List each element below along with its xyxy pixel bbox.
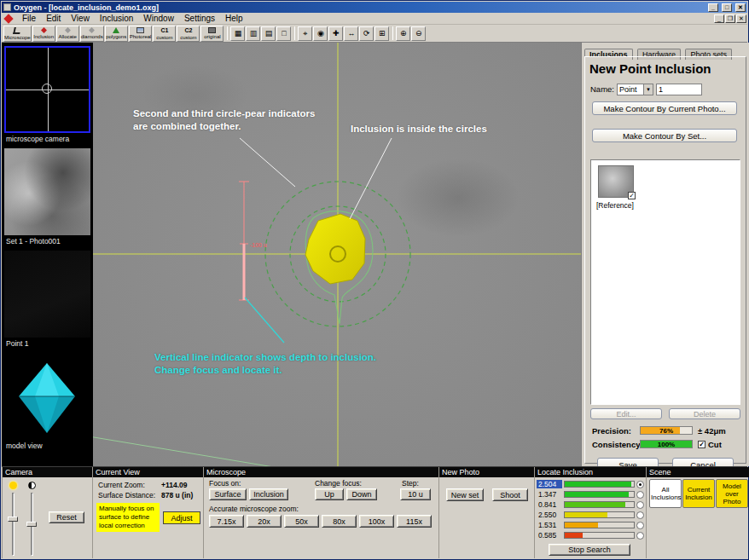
camera-panel: Camera Reset bbox=[2, 467, 92, 558]
focus-inclusion-button[interactable]: Inclusion bbox=[249, 488, 288, 500]
locate-confidence-bar bbox=[564, 501, 635, 508]
zoom-100x-button[interactable]: 100x bbox=[359, 515, 394, 528]
c2-custom-view-button[interactable]: C2 custom bbox=[177, 26, 200, 42]
center-target-icon[interactable]: ◉ bbox=[313, 26, 328, 41]
menu-window[interactable]: Window bbox=[138, 13, 179, 24]
layout-single-icon[interactable]: □ bbox=[276, 26, 291, 41]
depth-value-label: -100 u bbox=[250, 242, 267, 248]
locate-option-radio[interactable] bbox=[636, 501, 644, 509]
locate-value[interactable]: 0.841 bbox=[537, 500, 562, 509]
zoom-20x-button[interactable]: 20x bbox=[247, 515, 282, 528]
zoom-7-15x-button[interactable]: 7.15x bbox=[209, 515, 244, 528]
menu-help[interactable]: Help bbox=[220, 13, 248, 24]
locate-option-radio[interactable] bbox=[636, 532, 644, 540]
locate-value[interactable]: 1.531 bbox=[537, 521, 562, 529]
thumbnail-microscope-camera[interactable]: microscope camera bbox=[2, 43, 93, 145]
allocate-button[interactable]: Allocate bbox=[56, 26, 79, 42]
menu-file[interactable]: File bbox=[17, 13, 41, 24]
crosshair-icon[interactable]: ⌖ bbox=[298, 26, 312, 41]
thumbnail-model-view[interactable]: model view bbox=[2, 349, 93, 452]
inclusion-type-combo[interactable]: ▼ bbox=[617, 84, 653, 95]
locate-option-radio[interactable] bbox=[636, 481, 644, 488]
app-icon bbox=[3, 3, 11, 11]
make-contour-photo-button[interactable]: Make Contour By Current Photo... bbox=[592, 101, 737, 115]
pan-icon[interactable]: ↔ bbox=[344, 26, 358, 41]
focus-surface-button[interactable]: Surface bbox=[209, 488, 247, 500]
mdi-restore-button[interactable]: ❐ bbox=[725, 14, 735, 23]
menu-edit[interactable]: Edit bbox=[41, 13, 66, 24]
edit-button[interactable]: Edit... bbox=[590, 408, 662, 419]
diamonds-view-button[interactable]: diamonds bbox=[80, 26, 104, 42]
surface-distance-label: Surface Distance: bbox=[98, 491, 155, 499]
locate-result-row: 2.550 bbox=[537, 510, 644, 520]
move-icon[interactable]: ✚ bbox=[328, 26, 343, 41]
photoreal-view-button[interactable]: Photoreal bbox=[129, 26, 153, 42]
point1-preview[interactable] bbox=[4, 251, 90, 338]
reference-checkbox[interactable]: ✓ bbox=[628, 192, 636, 199]
mdi-minimize-button[interactable]: _ bbox=[714, 14, 724, 23]
reference-thumbnail[interactable]: ✓ bbox=[598, 165, 634, 198]
change-focus-label: Change focus: bbox=[315, 479, 362, 488]
polygons-view-button[interactable]: polygons bbox=[105, 26, 128, 42]
reference-caption: [Reference] bbox=[596, 201, 634, 210]
menu-view[interactable]: View bbox=[66, 13, 95, 24]
locate-option-radio[interactable] bbox=[636, 491, 644, 499]
locate-value[interactable]: 2.550 bbox=[537, 511, 562, 519]
adjust-button[interactable]: Adjust bbox=[163, 511, 200, 524]
locate-value[interactable]: 1.347 bbox=[537, 490, 562, 499]
microscope-mode-button[interactable]: Microscope bbox=[3, 26, 32, 42]
make-contour-set-button[interactable]: Make Contour By Set... bbox=[592, 129, 737, 142]
cut-checkbox[interactable] bbox=[698, 441, 705, 448]
shoot-button[interactable]: Shoot bbox=[492, 488, 528, 501]
menu-settings[interactable]: Settings bbox=[179, 13, 220, 24]
app-window: Oxygen - [locate_inclusion_demo1.oxg] _ … bbox=[0, 0, 749, 560]
thumbnail-point1[interactable]: Point 1 bbox=[2, 247, 93, 349]
mdi-close-button[interactable]: ✕ bbox=[736, 14, 746, 23]
zoom-out-icon[interactable]: ⊖ bbox=[411, 26, 426, 41]
window-title: Oxygen - [locate_inclusion_demo1.oxg] bbox=[14, 3, 705, 12]
camera-reset-button[interactable]: Reset bbox=[49, 511, 84, 523]
brightness-slider[interactable] bbox=[6, 493, 20, 556]
inclusion-type-input[interactable] bbox=[618, 84, 643, 95]
original-view-button[interactable]: original bbox=[200, 26, 224, 42]
layout-grid-icon[interactable]: ▦ bbox=[230, 26, 245, 41]
close-button[interactable]: ✕ bbox=[735, 3, 746, 12]
layout-columns-icon[interactable]: ▥ bbox=[246, 26, 260, 41]
point-inclusion-button[interactable]: Inclusion bbox=[32, 26, 55, 42]
maximize-button[interactable]: □ bbox=[722, 3, 732, 12]
stop-search-button[interactable]: Stop Search bbox=[549, 544, 630, 556]
zoom-50x-button[interactable]: 50x bbox=[284, 515, 319, 528]
locate-value[interactable]: 2.504 bbox=[537, 480, 562, 488]
zoom-in-icon[interactable]: ⊕ bbox=[396, 26, 410, 41]
chevron-down-icon[interactable]: ▼ bbox=[643, 84, 653, 95]
locate-option-radio[interactable] bbox=[636, 511, 644, 519]
delete-button[interactable]: Delete bbox=[669, 408, 740, 419]
contour-list[interactable]: ✓ [Reference] bbox=[590, 159, 740, 405]
focus-down-button[interactable]: Down bbox=[346, 488, 377, 500]
locate-value[interactable]: 0.585 bbox=[537, 531, 562, 540]
inclusion-number-input[interactable] bbox=[656, 84, 702, 95]
zoom-80x-button[interactable]: 80x bbox=[322, 515, 357, 528]
locate-option-radio[interactable] bbox=[636, 522, 644, 529]
precision-tolerance: ± 42μm bbox=[698, 426, 726, 436]
rotate-icon[interactable]: ⟳ bbox=[359, 26, 374, 41]
microscope-viewport[interactable]: -100 u Second and third circle-pear indi… bbox=[93, 43, 581, 466]
layout-rows-icon[interactable]: ▤ bbox=[261, 26, 276, 41]
minimize-button[interactable]: _ bbox=[708, 3, 718, 12]
c1-custom-view-button[interactable]: C1 custom bbox=[153, 26, 176, 42]
all-inclusions-button[interactable]: All Inclusions bbox=[649, 479, 682, 508]
snapshot-icon[interactable]: ⊞ bbox=[374, 26, 389, 41]
microscope-camera-preview[interactable] bbox=[4, 46, 90, 133]
thumbnail-set1-photo001[interactable]: Set 1 - Photo001 bbox=[2, 145, 93, 247]
consistency-label: Consistency: bbox=[592, 440, 640, 449]
model-over-photo-button[interactable]: Model over Photo bbox=[716, 479, 748, 508]
model-view-preview[interactable] bbox=[4, 353, 90, 440]
step-value-button[interactable]: 10 u bbox=[400, 488, 431, 500]
zoom-115x-button[interactable]: 115x bbox=[397, 515, 432, 528]
photo001-preview[interactable] bbox=[4, 148, 90, 235]
menu-inclusion[interactable]: Inclusion bbox=[95, 13, 138, 24]
focus-up-button[interactable]: Up bbox=[315, 488, 344, 500]
contrast-slider[interactable] bbox=[25, 493, 38, 556]
new-set-button[interactable]: New set bbox=[446, 488, 484, 501]
current-inclusion-button[interactable]: Current Inclusion bbox=[682, 479, 715, 508]
